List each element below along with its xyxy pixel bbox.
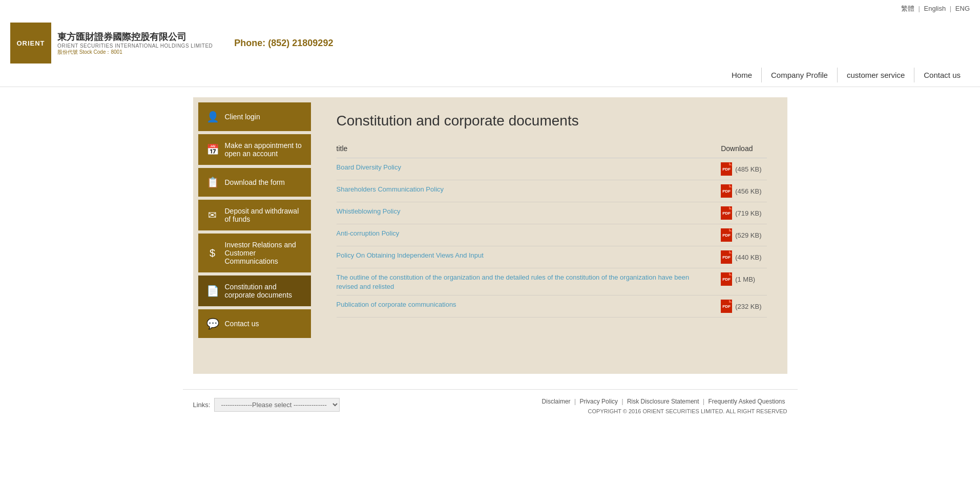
sidebar-item-client-login[interactable]: 👤 Client login [198, 102, 311, 131]
download-info-2[interactable]: PDF(719 KB) [721, 206, 761, 220]
file-size-3: (529 KB) [735, 231, 761, 239]
footer-disclaimer[interactable]: Disclaimer [542, 398, 571, 405]
documents-table: title Download Board Diversity PolicyPDF… [337, 141, 767, 317]
language-bar: 繁體 | English | ENG [0, 0, 980, 17]
main-nav: Home Company Profile customer service Co… [0, 63, 980, 87]
download-cell-6: PDF(232 KB) [716, 295, 766, 317]
logo-box: ORIENT [10, 23, 51, 63]
table-row: Whistleblowing PolicyPDF(719 KB) [337, 202, 767, 224]
file-size-0: (485 KB) [735, 165, 761, 173]
pdf-icon-6: PDF [721, 300, 732, 313]
sidebar-label-make-appointment: Make an appointment to open an account [225, 141, 303, 158]
site-header: ORIENT 東方匯財證券國際控股有限公司 Orient Securities … [0, 17, 980, 63]
sidebar-item-deposit-withdrawal[interactable]: ✉ Deposit and withdrawal of funds [198, 200, 311, 230]
download-cell-1: PDF(456 KB) [716, 180, 766, 202]
file-size-6: (232 KB) [735, 303, 761, 310]
table-row: Publication of corporate communicationsP… [337, 295, 767, 317]
logo-area: ORIENT 東方匯財證券國際控股有限公司 Orient Securities … [10, 23, 333, 63]
nav-customer-service[interactable]: customer service [838, 68, 914, 82]
form-icon: 📋 [206, 176, 219, 188]
company-name-cn: 東方匯財證券國際控股有限公司 [57, 31, 213, 43]
nav-contact-us[interactable]: Contact us [914, 68, 970, 82]
sidebar-label-constitution: Constitution and corporate documents [225, 283, 303, 299]
user-icon: 👤 [206, 111, 219, 123]
footer-links: Links: --------------Please select -----… [193, 398, 340, 412]
file-size-1: (456 KB) [735, 187, 761, 195]
footer-nav: Disclaimer | Privacy Policy | Risk Discl… [540, 398, 787, 405]
sidebar: 👤 Client login 📅 Make an appointment to … [193, 97, 316, 374]
lang-english[interactable]: English [924, 5, 946, 12]
sidebar-label-download-form: Download the form [225, 178, 285, 186]
pdf-icon-3: PDF [721, 228, 732, 242]
sidebar-item-make-appointment[interactable]: 📅 Make an appointment to open an account [198, 134, 311, 165]
footer-risk[interactable]: Risk Disclosure Statement [627, 398, 699, 405]
sidebar-item-download-form[interactable]: 📋 Download the form [198, 168, 311, 197]
doc-link-2[interactable]: Whistleblowing Policy [337, 207, 401, 215]
envelope-icon: ✉ [206, 209, 219, 221]
sidebar-label-investor-relations: Investor Relations and Customer Communic… [225, 241, 303, 265]
download-info-6[interactable]: PDF(232 KB) [721, 300, 761, 313]
pdf-icon-2: PDF [721, 206, 732, 220]
download-cell-3: PDF(529 KB) [716, 224, 766, 246]
pdf-icon-4: PDF [721, 250, 732, 264]
pdf-icon-0: PDF [721, 162, 732, 176]
sidebar-item-constitution[interactable]: 📄 Constitution and corporate documents [198, 276, 311, 306]
table-row: The outline of the constitution of the o… [337, 268, 767, 295]
document-icon: 📄 [206, 285, 219, 297]
file-size-2: (719 KB) [735, 209, 761, 217]
footer-right: Disclaimer | Privacy Policy | Risk Discl… [540, 398, 787, 414]
logo-text: 東方匯財證券國際控股有限公司 Orient Securities Interna… [57, 31, 213, 56]
doc-link-4[interactable]: Policy On Obtaining Independent Views An… [337, 251, 484, 259]
download-cell-4: PDF(440 KB) [716, 246, 766, 268]
main-content: 👤 Client login 📅 Make an appointment to … [183, 87, 798, 384]
sidebar-label-client-login: Client login [225, 113, 260, 121]
table-row: Anti-corruption PolicyPDF(529 KB) [337, 224, 767, 246]
download-cell-2: PDF(719 KB) [716, 202, 766, 224]
download-info-5[interactable]: PDF(1 MB) [721, 272, 761, 286]
download-cell-5: PDF(1 MB) [716, 268, 766, 295]
download-info-0[interactable]: PDF(485 KB) [721, 162, 761, 176]
right-content: Constitution and corporate documents tit… [316, 97, 787, 374]
table-row: Shareholders Communication PolicyPDF(456… [337, 180, 767, 202]
content-wrapper: 👤 Client login 📅 Make an appointment to … [193, 97, 787, 374]
copyright: COPYRIGHT © 2016 ORIENT SECURITIES LIMIT… [540, 408, 787, 414]
doc-link-5[interactable]: The outline of the constitution of the o… [337, 273, 690, 290]
sidebar-label-contact-us: Contact us [225, 320, 259, 328]
footer: Links: --------------Please select -----… [183, 389, 798, 422]
company-name-en: Orient Securities International Holdings… [57, 43, 213, 49]
page-title: Constitution and corporate documents [337, 113, 767, 129]
table-row: Policy On Obtaining Independent Views An… [337, 246, 767, 268]
sidebar-label-deposit-withdrawal: Deposit and withdrawal of funds [225, 207, 303, 223]
doc-link-0[interactable]: Board Diversity Policy [337, 163, 401, 171]
lang-traditional[interactable]: 繁體 [901, 5, 914, 12]
file-size-5: (1 MB) [735, 276, 755, 283]
calendar-icon: 📅 [206, 143, 219, 156]
download-info-3[interactable]: PDF(529 KB) [721, 228, 761, 242]
download-cell-0: PDF(485 KB) [716, 158, 766, 180]
pdf-icon-5: PDF [721, 272, 732, 286]
footer-faq[interactable]: Frequently Asked Questions [708, 398, 785, 405]
download-info-4[interactable]: PDF(440 KB) [721, 250, 761, 264]
pdf-icon-1: PDF [721, 184, 732, 198]
links-label: Links: [193, 401, 211, 409]
lang-eng[interactable]: ENG [955, 5, 970, 12]
dollar-icon: $ [206, 247, 219, 259]
sidebar-item-contact-us[interactable]: 💬 Contact us [198, 309, 311, 338]
col-download: Download [716, 141, 766, 158]
col-title: title [337, 141, 716, 158]
links-select[interactable]: --------------Please select ------------… [214, 398, 340, 412]
footer-privacy[interactable]: Privacy Policy [579, 398, 618, 405]
phone-number: Phone: (852) 21809292 [234, 38, 333, 49]
download-info-1[interactable]: PDF(456 KB) [721, 184, 761, 198]
doc-link-1[interactable]: Shareholders Communication Policy [337, 185, 444, 193]
stock-code: 股份代號 Stock Code：8001 [57, 49, 213, 56]
file-size-4: (440 KB) [735, 253, 761, 261]
doc-link-3[interactable]: Anti-corruption Policy [337, 229, 400, 237]
nav-company-profile[interactable]: Company Profile [762, 68, 838, 82]
doc-link-6[interactable]: Publication of corporate communications [337, 301, 456, 308]
table-row: Board Diversity PolicyPDF(485 KB) [337, 158, 767, 180]
sidebar-item-investor-relations[interactable]: $ Investor Relations and Customer Commun… [198, 234, 311, 272]
nav-home[interactable]: Home [722, 68, 762, 82]
chat-icon: 💬 [206, 317, 219, 330]
